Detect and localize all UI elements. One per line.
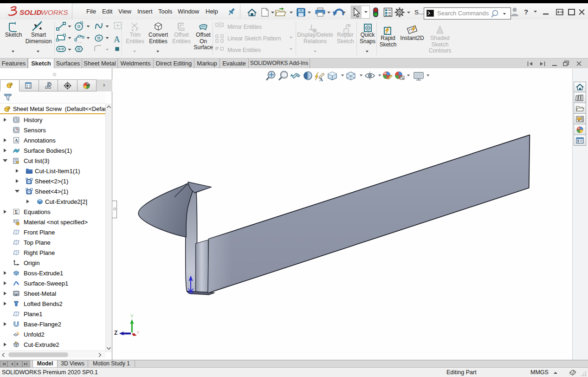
svg-text:Y: Y [130,313,134,319]
svg-text:S...: S... [414,9,424,16]
svg-text:x: x [137,330,139,335]
svg-text:SOLID: SOLID [19,8,41,16]
svg-text:WORKS: WORKS [41,8,68,16]
svg-text:Z: Z [114,330,117,336]
svg-text:?: ? [524,8,528,16]
svg-text:A: A [319,77,323,82]
svg-text:A: A [114,34,120,44]
